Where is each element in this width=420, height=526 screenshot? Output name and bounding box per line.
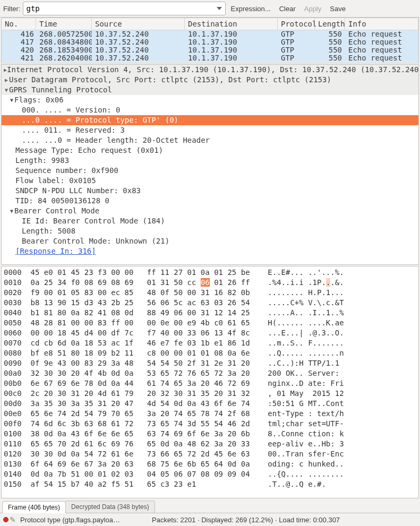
col-length[interactable]: Length [315,18,345,30]
tree-ieid[interactable]: IE Id: Bearer Control Mode (184) [2,216,418,226]
filter-input[interactable] [27,4,215,13]
tree-seq[interactable]: Sequence number: 0xf900 [2,166,418,176]
tree-length[interactable]: Length: 9983 [2,156,418,166]
filter-dropdown-icon[interactable] [215,4,224,13]
tree-bcm[interactable]: ▼Bearer Control Mode [2,206,418,216]
col-source[interactable]: Source [92,18,185,30]
record-icon [3,517,8,522]
tree-bcm-mode[interactable]: Bearer Control Mode: Unknown (21) [2,236,418,246]
tree-protocol-type[interactable]: ...0 .... = Protocol type: GTP' (0) [2,115,418,125]
tree-msgtype[interactable]: Message Type: Echo request (0x01) [2,145,418,156]
tree-flags[interactable]: ▼Flags: 0x06 [2,95,418,105]
tab-decrypted[interactable]: Decrypted Data (348 bytes) [65,501,155,513]
tree-reserved[interactable]: .... 011. = Reserved: 3 [2,125,418,135]
edit-icon: ✎ [10,515,16,524]
packet-row[interactable]: 421268.2620400010.37.52.24010.1.37.190GT… [2,54,418,62]
tree-tid[interactable]: TID: 84 00500136128 0 [2,196,418,206]
packet-row[interactable]: 417268.0843480010.37.52.24010.1.37.190GT… [2,38,418,46]
col-protocol[interactable]: Protocol [278,18,315,30]
tree-response-in[interactable]: [Response In: 316] [2,246,418,256]
tab-frame[interactable]: Frame (406 bytes) [2,501,66,513]
status-field: Protocol type (gtp.flags.payloa… [20,516,148,524]
tree-ip[interactable]: ▶Internet Protocol Version 4, Src: 10.1.… [2,65,418,75]
tree-flow[interactable]: Flow label: 0x0105 [2,176,418,186]
filter-input-wrap[interactable] [23,2,226,15]
capture-indicator[interactable]: ✎ [3,515,16,524]
clear-button[interactable]: Clear [276,3,299,14]
tree-udp[interactable]: ▶User Datagram Protocol, Src Port: ctlpt… [2,75,418,85]
tree-gtp[interactable]: ▼GPRS Tunneling Protocol [2,85,418,95]
filter-toolbar: Filter: Expression... Clear Apply Save [0,0,420,18]
tree-sndcp[interactable]: SNDCP N-PDU LLC Number: 0x83 [2,186,418,196]
tree-header-length[interactable]: .... ...0 = Header length: 20-Octet Head… [2,135,418,145]
tree-version[interactable]: 000. .... = Version: 0 [2,105,418,115]
filter-label: Filter: [3,5,21,13]
packet-list-header: No. Time Source Destination Protocol Len… [2,18,418,30]
save-button[interactable]: Save [327,3,349,14]
protocol-tree[interactable]: ▶Internet Protocol Version 4, Src: 10.1.… [1,64,419,265]
col-no[interactable]: No. [2,18,36,30]
byte-view-tabs: Frame (406 bytes) Decrypted Data (348 by… [0,498,420,513]
hex-dump[interactable]: 0000 45 e0 01 45 23 f3 00 00 ff 11 27 01… [1,266,419,498]
status-bar: ✎ Protocol type (gtp.flags.payloa… Packe… [0,513,420,526]
tree-bcm-len[interactable]: Length: 5008 [2,226,418,236]
packet-row[interactable]: 416268.0057250010.37.52.24010.1.37.190GT… [2,30,418,38]
col-destination[interactable]: Destination [185,18,278,30]
packet-list[interactable]: No. Time Source Destination Protocol Len… [1,18,419,63]
status-stats: Packets: 2201 · Displayed: 269 (12.2%) ·… [152,516,417,524]
col-info[interactable]: Info [345,18,418,30]
expression-button[interactable]: Expression... [228,3,274,14]
apply-button[interactable]: Apply [301,3,325,14]
col-time[interactable]: Time [36,18,92,30]
packet-row[interactable]: 420268.1853490010.37.52.24010.1.37.190GT… [2,46,418,54]
